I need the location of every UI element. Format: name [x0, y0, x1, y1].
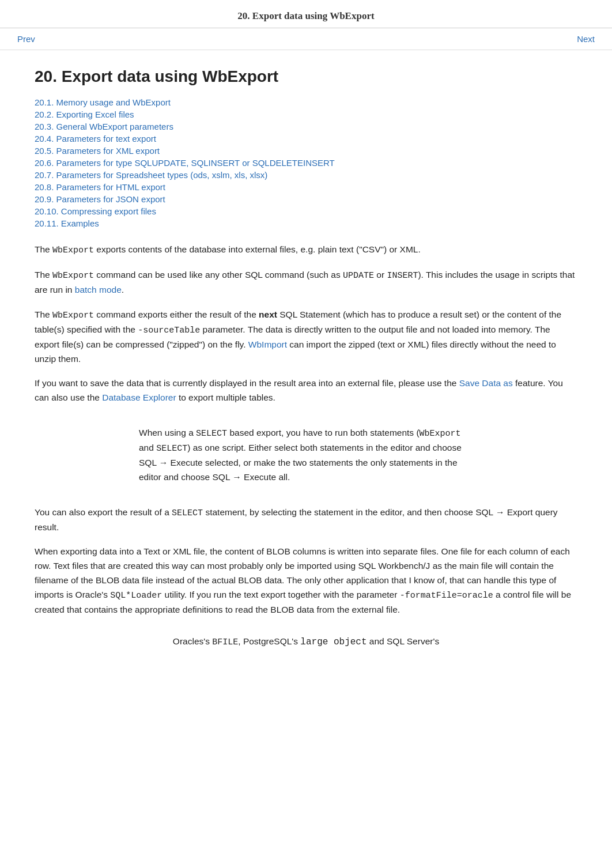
paragraph-3: The WbExport command exports either the …	[35, 308, 577, 367]
main-content: 20. Export data using WbExport 20.1. Mem…	[0, 50, 612, 683]
page-title-bar: 20. Export data using WbExport	[0, 0, 612, 28]
paragraph-4: If you want to save the data that is cur…	[35, 376, 577, 405]
toc-item-6: 20.6. Parameters for type SQLUPDATE, SQL…	[35, 158, 577, 168]
bfile-code: BFILE	[212, 637, 238, 647]
next-link[interactable]: Next	[577, 34, 595, 44]
wbexport-code-3: WbExport	[52, 311, 94, 320]
toc-link-2[interactable]: 20.2. Exporting Excel files	[35, 110, 134, 119]
toc-item-9: 20.9. Parameters for JSON export	[35, 194, 577, 205]
select-code-note: SELECT	[196, 429, 227, 439]
toc-link-11[interactable]: 20.11. Examples	[35, 218, 99, 228]
toc-item-5: 20.5. Parameters for XML export	[35, 146, 577, 156]
paragraph-6: When exporting data into a Text or XML f…	[35, 545, 577, 617]
toc-item-7: 20.7. Parameters for Spreadsheet types (…	[35, 170, 577, 180]
toc-link-4[interactable]: 20.4. Parameters for text export	[35, 134, 156, 144]
format-file-code: -formatFile=oracle	[400, 591, 493, 601]
toc-item-2: 20.2. Exporting Excel files	[35, 110, 577, 120]
toc-item-11: 20.11. Examples	[35, 218, 577, 229]
toc-item-1: 20.1. Memory usage and WbExport	[35, 97, 577, 108]
wbexport-code-1: WbExport	[52, 246, 94, 255]
toc-link-1[interactable]: 20.1. Memory usage and WbExport	[35, 97, 171, 107]
sql-loader-code: SQL*Loader	[110, 591, 162, 601]
select-code-note2: SELECT	[156, 444, 187, 454]
note-box: When using a SELECT based export, you ha…	[122, 417, 490, 494]
toc-link-5[interactable]: 20.5. Parameters for XML export	[35, 146, 160, 156]
prev-link[interactable]: Prev	[17, 34, 35, 44]
toc-link-7[interactable]: 20.7. Parameters for Spreadsheet types (…	[35, 170, 267, 180]
toc-item-10: 20.10. Compressing export files	[35, 206, 577, 217]
toc-link-8[interactable]: 20.8. Parameters for HTML export	[35, 182, 165, 192]
nav-bar: Prev Next	[0, 28, 612, 50]
database-explorer-link[interactable]: Database Explorer	[102, 393, 176, 402]
paragraph-2: The WbExport command can be used like an…	[35, 268, 577, 297]
save-data-as-link[interactable]: Save Data as	[459, 378, 513, 388]
toc-item-8: 20.8. Parameters for HTML export	[35, 182, 577, 193]
toc-item-3: 20.3. General WbExport parameters	[35, 122, 577, 132]
select-code-p5: SELECT	[172, 508, 203, 518]
toc-item-4: 20.4. Parameters for text export	[35, 134, 577, 144]
toc-link-9[interactable]: 20.9. Parameters for JSON export	[35, 194, 165, 204]
main-heading: 20. Export data using WbExport	[35, 67, 577, 86]
toc-link-3[interactable]: 20.3. General WbExport parameters	[35, 122, 173, 131]
paragraph-1: The WbExport The WbExport exports conten…	[35, 243, 577, 258]
page-title: 20. Export data using WbExport	[12, 10, 600, 22]
paragraph-5: You can also export the result of a SELE…	[35, 505, 577, 535]
paragraph-7: Oracles's BFILE, PostgreSQL's large obje…	[35, 635, 577, 650]
batch-mode-link[interactable]: batch mode	[75, 285, 122, 295]
wbexport-code-2: WbExport	[52, 271, 94, 281]
toc-link-6[interactable]: 20.6. Parameters for type SQLUPDATE, SQL…	[35, 158, 335, 168]
table-of-contents: 20.1. Memory usage and WbExport 20.2. Ex…	[35, 97, 577, 229]
large-object-code: large object	[300, 637, 367, 647]
insert-code: INSERT	[387, 271, 418, 281]
wbimport-link[interactable]: WbImport	[248, 339, 287, 349]
wbexport-code-note: WbExport	[420, 429, 461, 439]
update-code: UPDATE	[343, 271, 374, 281]
toc-link-10[interactable]: 20.10. Compressing export files	[35, 206, 156, 216]
note-text: When using a SELECT based export, you ha…	[139, 426, 473, 485]
source-table-code: -sourceTable	[138, 326, 200, 335]
next-bold: next	[259, 310, 277, 319]
